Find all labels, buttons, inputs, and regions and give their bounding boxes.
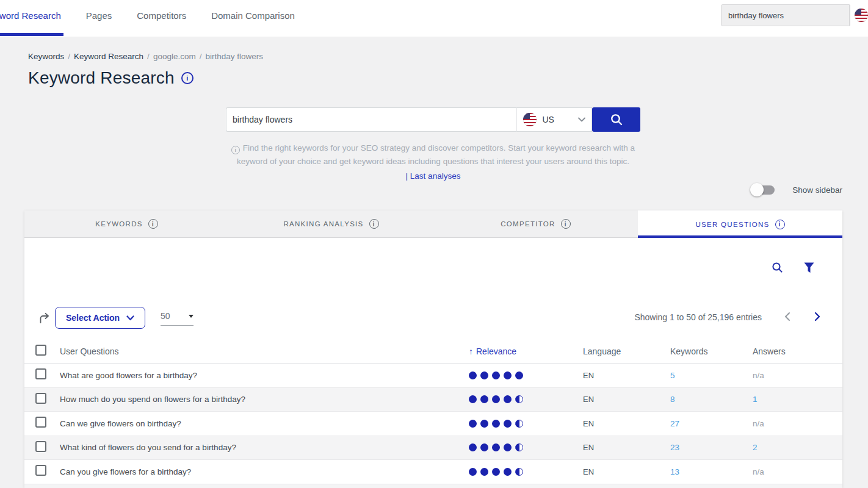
breadcrumb-keyword[interactable]: birthday flowers: [205, 52, 263, 61]
title-info-icon[interactable]: [181, 72, 193, 84]
answers-value[interactable]: 1: [753, 395, 842, 404]
results-card: KEYWORDS RANKING ANALYSIS COMPETITOR USE…: [24, 210, 842, 488]
table-search-button[interactable]: [772, 262, 783, 273]
header-search-input[interactable]: [721, 4, 850, 26]
answers-value: n/a: [753, 371, 842, 380]
export-arrow-icon: [38, 311, 51, 325]
keyword-search-panel: US Find the right keywords for your SEO …: [226, 107, 640, 181]
relevance-dot-full: [469, 395, 477, 403]
question-text: Can we give flowers on birthday?: [60, 419, 469, 428]
answers-value[interactable]: 2: [753, 443, 842, 452]
us-flag-icon: [855, 9, 868, 22]
tab-info-icon[interactable]: [148, 219, 158, 229]
breadcrumb-separator: /: [200, 52, 202, 61]
tab-ranking-analysis[interactable]: RANKING ANALYSIS: [229, 210, 433, 238]
select-action-label: Select Action: [66, 313, 120, 323]
filter-funnel-icon: [804, 262, 814, 273]
tab-competitor[interactable]: COMPETITOR: [433, 210, 638, 238]
page-title: Keyword Research: [28, 68, 175, 88]
relevance-dot-full: [469, 443, 477, 451]
keyword-search-row: US: [226, 107, 640, 132]
chevron-down-icon: [126, 315, 134, 321]
show-sidebar-toggle[interactable]: [752, 185, 775, 195]
relevance-dot-full: [469, 371, 477, 379]
search-description-text: Find the right keywords for your SEO str…: [237, 143, 635, 166]
relevance-dot-full: [469, 420, 477, 428]
tab-label: COMPETITOR: [501, 220, 555, 228]
showing-entries-text: Showing 1 to 50 of 25,196 entries: [634, 312, 762, 322]
relevance-dot-full: [492, 395, 500, 403]
language-value: EN: [583, 395, 670, 404]
relevance-dots: [469, 371, 583, 379]
country-code-label: US: [542, 115, 554, 124]
relevance-dot-full: [504, 468, 512, 476]
row-checkbox[interactable]: [35, 417, 46, 428]
row-checkbox[interactable]: [35, 393, 46, 404]
header-search: [721, 5, 868, 26]
row-checkbox[interactable]: [35, 368, 46, 379]
sidebar-toggle-row: Show sidebar: [752, 185, 842, 195]
tab-info-icon[interactable]: [561, 219, 571, 229]
breadcrumb-keyword-research[interactable]: Keyword Research: [74, 52, 143, 61]
nav-item-domain-comparison[interactable]: Domain Comparison: [211, 0, 295, 37]
column-header-user-questions[interactable]: User Questions: [60, 346, 469, 356]
relevance-dot-full: [492, 468, 500, 476]
keyword-search-input[interactable]: [226, 107, 516, 132]
language-value: EN: [583, 467, 670, 476]
tab-keywords[interactable]: KEYWORDS: [24, 210, 229, 238]
country-select[interactable]: US: [516, 107, 592, 132]
question-text: Can you give flowers for a birthday?: [60, 467, 469, 476]
relevance-dot-full: [480, 395, 488, 403]
row-checkbox[interactable]: [35, 465, 46, 476]
keywords-count-link[interactable]: 5: [670, 371, 753, 380]
nav-item-keyword-research[interactable]: Keyword Research: [0, 0, 61, 37]
language-value: EN: [583, 443, 670, 452]
previous-page-button[interactable]: [784, 312, 790, 321]
breadcrumb-domain[interactable]: google.com: [153, 52, 196, 61]
column-header-keywords[interactable]: Keywords: [670, 346, 753, 356]
keywords-count-link[interactable]: 27: [670, 419, 753, 428]
column-header-answers[interactable]: Answers: [753, 346, 842, 356]
relevance-dots: [469, 443, 583, 451]
relevance-dot-full: [492, 443, 500, 451]
relevance-dot-full: [504, 443, 512, 451]
breadcrumb: Keywords/Keyword Research/google.com/bir…: [28, 52, 263, 61]
relevance-dots: [469, 395, 583, 403]
select-action-button[interactable]: Select Action: [55, 307, 145, 329]
keywords-count-link[interactable]: 23: [670, 443, 753, 452]
toggle-knob: [750, 183, 764, 196]
select-all-checkbox[interactable]: [35, 345, 46, 356]
table-filter-button[interactable]: [804, 262, 814, 273]
relevance-dots: [469, 420, 583, 428]
search-icon: [610, 113, 623, 126]
relevance-dot-full: [480, 371, 488, 379]
relevance-dot-half: [515, 395, 523, 403]
relevance-dot-full: [480, 443, 488, 451]
answers-value: n/a: [753, 419, 842, 428]
column-header-language[interactable]: Language: [583, 346, 670, 356]
search-description: Find the right keywords for your SEO str…: [226, 142, 640, 168]
relevance-dot-half: [515, 443, 523, 451]
export-button[interactable]: [38, 311, 51, 327]
relevance-dot-full: [492, 371, 500, 379]
keywords-count-link[interactable]: 13: [670, 467, 753, 476]
tab-user-questions[interactable]: USER QUESTIONS: [638, 210, 842, 238]
table-row: What kind of flowers do you send for a b…: [24, 436, 842, 461]
nav-item-competitors[interactable]: Competitors: [137, 0, 186, 37]
tab-info-icon[interactable]: [775, 220, 785, 229]
header-country-flag[interactable]: [850, 9, 868, 22]
nav-item-pages[interactable]: Pages: [86, 0, 112, 37]
breadcrumb-keywords[interactable]: Keywords: [28, 52, 64, 61]
column-header-relevance[interactable]: ↑Relevance: [469, 346, 583, 356]
relevance-dot-half: [515, 420, 523, 428]
row-checkbox[interactable]: [35, 441, 46, 452]
search-button[interactable]: [592, 107, 640, 132]
tab-info-icon[interactable]: [369, 219, 379, 229]
breadcrumb-separator: /: [68, 52, 70, 61]
last-analyses-link[interactable]: | Last analyses: [406, 171, 461, 181]
page-size-select[interactable]: 50: [161, 311, 193, 326]
keywords-count-link[interactable]: 8: [670, 395, 753, 404]
next-page-button[interactable]: [814, 312, 821, 321]
language-value: EN: [583, 419, 670, 428]
table-row-partial: [24, 484, 842, 488]
